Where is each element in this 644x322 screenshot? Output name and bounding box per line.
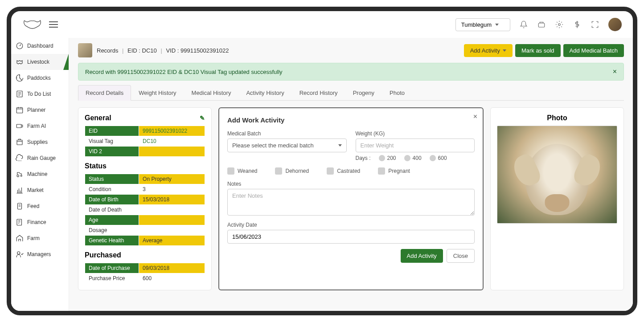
- sidebar-item-farmai[interactable]: Farm AI: [11, 118, 69, 134]
- alert-text: Record with 999115002391022 EID & DC10 V…: [85, 69, 283, 75]
- sidebar-item-market[interactable]: Market: [11, 182, 69, 198]
- sidebar-item-feed[interactable]: Feed: [11, 198, 69, 214]
- gear-icon[interactable]: [555, 20, 564, 29]
- sidebar: Dashboard Livestock Paddocks To Do List …: [11, 38, 69, 311]
- field-label: Dosage: [85, 225, 139, 236]
- general-table: EID999115002391022 Visual TagDC10 VID 2: [85, 126, 205, 157]
- tab-record-history[interactable]: Record History: [292, 85, 345, 100]
- close-icon[interactable]: ×: [473, 113, 477, 121]
- sidebar-item-managers[interactable]: Managers: [11, 246, 69, 262]
- mark-sold-button[interactable]: Mark as sold: [515, 44, 561, 57]
- tray-icon[interactable]: [537, 20, 546, 29]
- expand-icon[interactable]: [591, 20, 599, 29]
- svg-point-11: [17, 252, 20, 254]
- radio-400[interactable]: 400: [404, 155, 422, 161]
- notes-textarea[interactable]: [227, 189, 475, 216]
- field-label: Date of Purchase: [85, 263, 139, 273]
- field-value: On Property: [139, 174, 205, 184]
- record-thumbnail: [78, 43, 92, 57]
- general-panel: General✎ EID999115002391022 Visual TagDC…: [78, 107, 212, 290]
- sidebar-item-machine[interactable]: Machine: [11, 166, 69, 182]
- radio-200[interactable]: 200: [379, 155, 396, 161]
- location-value: Tumblegum: [461, 21, 492, 28]
- medical-batch-select[interactable]: Please select the medical batch: [227, 139, 347, 152]
- chevron-down-icon: [338, 144, 342, 147]
- weight-label: Weight (KG): [356, 130, 475, 137]
- field-value: [139, 147, 205, 157]
- field-value: [139, 205, 205, 215]
- farmai-icon: [16, 122, 24, 130]
- modal-close-button[interactable]: Close: [447, 249, 475, 263]
- sidebar-item-rain[interactable]: Rain Gauge: [11, 150, 69, 166]
- sidebar-item-todo[interactable]: To Do List: [11, 86, 69, 102]
- machine-icon: [16, 170, 24, 178]
- field-value: 09/03/2018: [139, 263, 205, 273]
- sidebar-item-farm[interactable]: Farm: [11, 230, 69, 246]
- finance-icon: [16, 218, 24, 226]
- svg-rect-0: [538, 23, 545, 27]
- field-label: Date of Death: [85, 205, 139, 215]
- sidebar-item-dashboard[interactable]: Dashboard: [11, 38, 69, 54]
- check-castrated[interactable]: Castrated: [327, 167, 360, 175]
- sidebar-label: To Do List: [27, 91, 51, 97]
- tab-medical-history[interactable]: Medical History: [184, 85, 239, 100]
- paddocks-icon: [16, 74, 24, 82]
- medical-batch-label: Medical Batch: [227, 130, 347, 137]
- alert-close-icon[interactable]: ×: [613, 68, 617, 76]
- sidebar-item-paddocks[interactable]: Paddocks: [11, 70, 69, 86]
- photo-panel: Photo: [490, 107, 624, 290]
- managers-icon: [16, 250, 24, 258]
- add-activity-button[interactable]: Add Activity: [464, 44, 513, 57]
- sidebar-label: Livestock: [27, 59, 49, 65]
- feed-icon: [16, 202, 24, 210]
- field-value: 999115002391022: [139, 126, 205, 136]
- sidebar-item-finance[interactable]: Finance: [11, 214, 69, 230]
- svg-rect-6: [17, 140, 22, 145]
- avatar[interactable]: [608, 18, 622, 31]
- days-radio-group: Days : 200 400 600: [356, 155, 475, 161]
- field-value: 600: [139, 273, 205, 284]
- add-medical-batch-button[interactable]: Add Medical Batch: [563, 44, 624, 57]
- sidebar-label: Dashboard: [27, 43, 53, 49]
- sidebar-label: Feed: [27, 203, 39, 209]
- bell-icon[interactable]: [519, 20, 528, 29]
- sidebar-item-planner[interactable]: Planner: [11, 102, 69, 118]
- field-value: DC10: [139, 136, 205, 147]
- sidebar-label: Market: [27, 187, 44, 193]
- check-weaned[interactable]: Weaned: [227, 167, 257, 175]
- edit-icon[interactable]: ✎: [200, 114, 205, 122]
- content-row: General✎ EID999115002391022 Visual TagDC…: [69, 101, 633, 297]
- radio-600[interactable]: 600: [430, 155, 447, 161]
- tab-progeny[interactable]: Progeny: [345, 85, 382, 100]
- field-value: Average: [139, 236, 205, 246]
- tab-activity-history[interactable]: Activity History: [238, 85, 291, 100]
- breadcrumb-records[interactable]: Records: [97, 47, 118, 54]
- tab-record-details[interactable]: Record Details: [78, 85, 131, 101]
- market-icon: [16, 186, 24, 194]
- chevron-down-icon: [495, 24, 499, 26]
- svg-point-7: [17, 175, 19, 177]
- check-pregnant[interactable]: Pregnant: [378, 167, 410, 175]
- modal-add-activity-button[interactable]: Add Activity: [401, 249, 443, 263]
- tab-weight-history[interactable]: Weight History: [131, 85, 184, 100]
- field-label: Genetic Health: [85, 236, 139, 246]
- sidebar-label: Finance: [27, 219, 46, 225]
- sidebar-item-supplies[interactable]: Supplies: [11, 134, 69, 150]
- topbar: Tumblegum: [11, 11, 633, 38]
- breadcrumb-eid: EID : DC10: [127, 47, 157, 54]
- activity-date-input[interactable]: [227, 230, 475, 244]
- sidebar-item-livestock[interactable]: Livestock: [11, 54, 69, 70]
- dashboard-icon: [16, 42, 24, 50]
- sidebar-label: Machine: [27, 171, 47, 177]
- menu-toggle[interactable]: [49, 21, 58, 28]
- check-dehorned[interactable]: Dehorned: [275, 167, 309, 175]
- sidebar-label: Managers: [27, 251, 51, 257]
- rain-icon: [16, 154, 24, 162]
- purchased-table: Date of Purchase09/03/2018 Purchase Pric…: [85, 263, 205, 284]
- svg-rect-5: [16, 124, 21, 128]
- weight-input[interactable]: [356, 139, 475, 152]
- dollar-icon[interactable]: [573, 20, 582, 29]
- field-value: [139, 225, 205, 236]
- tab-photo[interactable]: Photo: [382, 85, 412, 100]
- location-select[interactable]: Tumblegum: [455, 18, 510, 31]
